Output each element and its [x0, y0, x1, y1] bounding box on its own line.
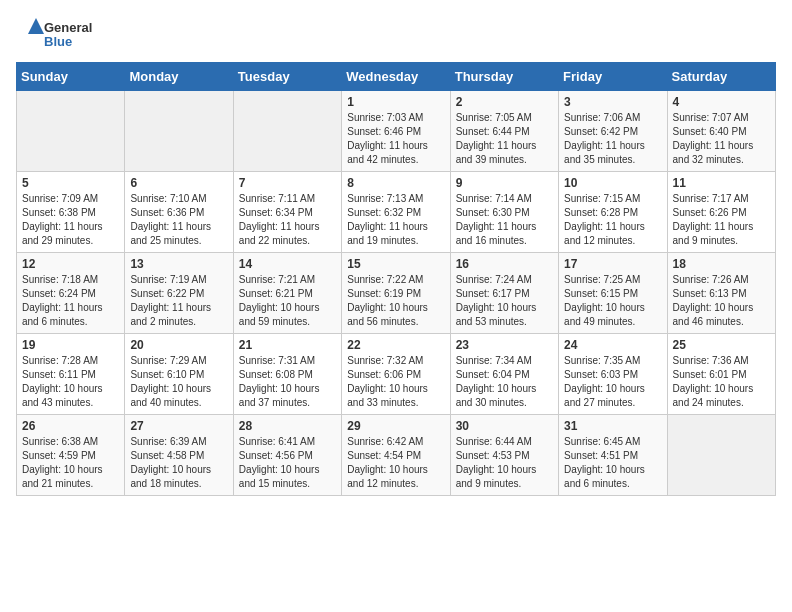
calendar-day-4: 4Sunrise: 7:07 AMSunset: 6:40 PMDaylight…: [667, 91, 775, 172]
calendar-day-8: 8Sunrise: 7:13 AMSunset: 6:32 PMDaylight…: [342, 172, 450, 253]
calendar-day-30: 30Sunrise: 6:44 AMSunset: 4:53 PMDayligh…: [450, 415, 558, 496]
day-info: Sunrise: 7:29 AMSunset: 6:10 PMDaylight:…: [130, 354, 227, 410]
day-info: Sunrise: 6:42 AMSunset: 4:54 PMDaylight:…: [347, 435, 444, 491]
day-number: 29: [347, 419, 444, 433]
svg-text:Blue: Blue: [44, 34, 72, 49]
day-number: 6: [130, 176, 227, 190]
day-number: 22: [347, 338, 444, 352]
day-number: 24: [564, 338, 661, 352]
day-number: 27: [130, 419, 227, 433]
calendar-day-24: 24Sunrise: 7:35 AMSunset: 6:03 PMDayligh…: [559, 334, 667, 415]
calendar-week-row: 26Sunrise: 6:38 AMSunset: 4:59 PMDayligh…: [17, 415, 776, 496]
day-info: Sunrise: 7:25 AMSunset: 6:15 PMDaylight:…: [564, 273, 661, 329]
day-info: Sunrise: 7:28 AMSunset: 6:11 PMDaylight:…: [22, 354, 119, 410]
calendar-empty-cell: [233, 91, 341, 172]
day-info: Sunrise: 7:22 AMSunset: 6:19 PMDaylight:…: [347, 273, 444, 329]
calendar-day-18: 18Sunrise: 7:26 AMSunset: 6:13 PMDayligh…: [667, 253, 775, 334]
calendar-day-6: 6Sunrise: 7:10 AMSunset: 6:36 PMDaylight…: [125, 172, 233, 253]
calendar-day-9: 9Sunrise: 7:14 AMSunset: 6:30 PMDaylight…: [450, 172, 558, 253]
day-number: 12: [22, 257, 119, 271]
day-info: Sunrise: 7:18 AMSunset: 6:24 PMDaylight:…: [22, 273, 119, 329]
day-info: Sunrise: 6:39 AMSunset: 4:58 PMDaylight:…: [130, 435, 227, 491]
calendar-day-26: 26Sunrise: 6:38 AMSunset: 4:59 PMDayligh…: [17, 415, 125, 496]
day-info: Sunrise: 7:06 AMSunset: 6:42 PMDaylight:…: [564, 111, 661, 167]
day-number: 30: [456, 419, 553, 433]
calendar-day-22: 22Sunrise: 7:32 AMSunset: 6:06 PMDayligh…: [342, 334, 450, 415]
day-info: Sunrise: 7:35 AMSunset: 6:03 PMDaylight:…: [564, 354, 661, 410]
day-info: Sunrise: 7:17 AMSunset: 6:26 PMDaylight:…: [673, 192, 770, 248]
day-info: Sunrise: 7:03 AMSunset: 6:46 PMDaylight:…: [347, 111, 444, 167]
day-info: Sunrise: 7:07 AMSunset: 6:40 PMDaylight:…: [673, 111, 770, 167]
day-info: Sunrise: 7:15 AMSunset: 6:28 PMDaylight:…: [564, 192, 661, 248]
day-number: 2: [456, 95, 553, 109]
day-number: 25: [673, 338, 770, 352]
calendar-day-17: 17Sunrise: 7:25 AMSunset: 6:15 PMDayligh…: [559, 253, 667, 334]
day-info: Sunrise: 6:38 AMSunset: 4:59 PMDaylight:…: [22, 435, 119, 491]
calendar-day-12: 12Sunrise: 7:18 AMSunset: 6:24 PMDayligh…: [17, 253, 125, 334]
calendar-empty-cell: [17, 91, 125, 172]
day-info: Sunrise: 7:24 AMSunset: 6:17 PMDaylight:…: [456, 273, 553, 329]
calendar-week-row: 5Sunrise: 7:09 AMSunset: 6:38 PMDaylight…: [17, 172, 776, 253]
day-info: Sunrise: 7:32 AMSunset: 6:06 PMDaylight:…: [347, 354, 444, 410]
calendar-day-20: 20Sunrise: 7:29 AMSunset: 6:10 PMDayligh…: [125, 334, 233, 415]
day-number: 8: [347, 176, 444, 190]
day-number: 11: [673, 176, 770, 190]
day-number: 7: [239, 176, 336, 190]
day-info: Sunrise: 7:09 AMSunset: 6:38 PMDaylight:…: [22, 192, 119, 248]
calendar-day-25: 25Sunrise: 7:36 AMSunset: 6:01 PMDayligh…: [667, 334, 775, 415]
svg-marker-2: [28, 18, 44, 34]
day-info: Sunrise: 7:11 AMSunset: 6:34 PMDaylight:…: [239, 192, 336, 248]
calendar-week-row: 19Sunrise: 7:28 AMSunset: 6:11 PMDayligh…: [17, 334, 776, 415]
logo-svg: General Blue: [16, 16, 106, 52]
weekday-header-wednesday: Wednesday: [342, 63, 450, 91]
day-info: Sunrise: 7:34 AMSunset: 6:04 PMDaylight:…: [456, 354, 553, 410]
day-info: Sunrise: 7:31 AMSunset: 6:08 PMDaylight:…: [239, 354, 336, 410]
day-number: 15: [347, 257, 444, 271]
day-number: 19: [22, 338, 119, 352]
day-number: 17: [564, 257, 661, 271]
calendar-day-23: 23Sunrise: 7:34 AMSunset: 6:04 PMDayligh…: [450, 334, 558, 415]
calendar-week-row: 1Sunrise: 7:03 AMSunset: 6:46 PMDaylight…: [17, 91, 776, 172]
calendar-empty-cell: [125, 91, 233, 172]
day-info: Sunrise: 7:05 AMSunset: 6:44 PMDaylight:…: [456, 111, 553, 167]
calendar-day-29: 29Sunrise: 6:42 AMSunset: 4:54 PMDayligh…: [342, 415, 450, 496]
calendar-table: SundayMondayTuesdayWednesdayThursdayFrid…: [16, 62, 776, 496]
calendar-week-row: 12Sunrise: 7:18 AMSunset: 6:24 PMDayligh…: [17, 253, 776, 334]
day-info: Sunrise: 7:19 AMSunset: 6:22 PMDaylight:…: [130, 273, 227, 329]
day-number: 31: [564, 419, 661, 433]
day-number: 16: [456, 257, 553, 271]
day-number: 18: [673, 257, 770, 271]
day-info: Sunrise: 7:26 AMSunset: 6:13 PMDaylight:…: [673, 273, 770, 329]
calendar-day-7: 7Sunrise: 7:11 AMSunset: 6:34 PMDaylight…: [233, 172, 341, 253]
day-number: 20: [130, 338, 227, 352]
calendar-day-11: 11Sunrise: 7:17 AMSunset: 6:26 PMDayligh…: [667, 172, 775, 253]
day-number: 26: [22, 419, 119, 433]
logo: General Blue: [16, 16, 106, 52]
weekday-header-saturday: Saturday: [667, 63, 775, 91]
day-number: 23: [456, 338, 553, 352]
calendar-day-3: 3Sunrise: 7:06 AMSunset: 6:42 PMDaylight…: [559, 91, 667, 172]
calendar-day-2: 2Sunrise: 7:05 AMSunset: 6:44 PMDaylight…: [450, 91, 558, 172]
calendar-day-27: 27Sunrise: 6:39 AMSunset: 4:58 PMDayligh…: [125, 415, 233, 496]
day-number: 9: [456, 176, 553, 190]
day-info: Sunrise: 7:10 AMSunset: 6:36 PMDaylight:…: [130, 192, 227, 248]
day-info: Sunrise: 6:45 AMSunset: 4:51 PMDaylight:…: [564, 435, 661, 491]
calendar-day-19: 19Sunrise: 7:28 AMSunset: 6:11 PMDayligh…: [17, 334, 125, 415]
calendar-day-5: 5Sunrise: 7:09 AMSunset: 6:38 PMDaylight…: [17, 172, 125, 253]
weekday-header-monday: Monday: [125, 63, 233, 91]
calendar-day-31: 31Sunrise: 6:45 AMSunset: 4:51 PMDayligh…: [559, 415, 667, 496]
weekday-header-tuesday: Tuesday: [233, 63, 341, 91]
calendar-day-16: 16Sunrise: 7:24 AMSunset: 6:17 PMDayligh…: [450, 253, 558, 334]
day-number: 14: [239, 257, 336, 271]
day-number: 28: [239, 419, 336, 433]
page-header: General Blue: [16, 16, 776, 52]
weekday-header-sunday: Sunday: [17, 63, 125, 91]
calendar-day-10: 10Sunrise: 7:15 AMSunset: 6:28 PMDayligh…: [559, 172, 667, 253]
day-number: 3: [564, 95, 661, 109]
calendar-day-13: 13Sunrise: 7:19 AMSunset: 6:22 PMDayligh…: [125, 253, 233, 334]
day-info: Sunrise: 7:13 AMSunset: 6:32 PMDaylight:…: [347, 192, 444, 248]
day-number: 5: [22, 176, 119, 190]
calendar-empty-cell: [667, 415, 775, 496]
day-number: 21: [239, 338, 336, 352]
day-info: Sunrise: 7:36 AMSunset: 6:01 PMDaylight:…: [673, 354, 770, 410]
